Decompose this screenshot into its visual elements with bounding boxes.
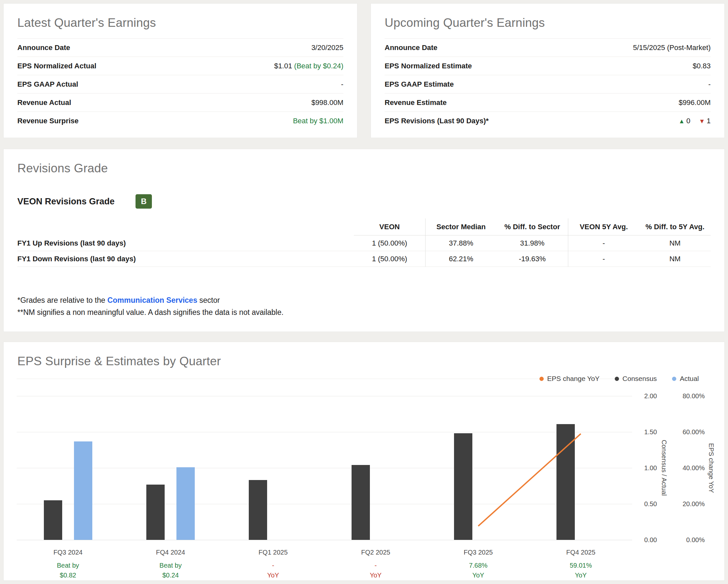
- row-value: $1.01 (Beat by $0.24): [274, 62, 343, 70]
- cell-veon: 1 (50.00%): [354, 235, 425, 251]
- value-text: 5/15/2025 (Post-Market): [633, 44, 711, 52]
- header-diff-to-sector: % Diff. to Sector: [497, 218, 568, 235]
- row-value: -: [708, 80, 711, 89]
- cell-diff-to-5y-avg: NM: [639, 235, 711, 251]
- table-row-fy1-down-revisions: FY1 Down Revisions (last 90 days) 1 (50.…: [17, 251, 711, 267]
- row-revenue-actual: Revenue Actual $998.00M: [17, 93, 343, 112]
- communication-services-link[interactable]: Communication Services: [107, 296, 198, 304]
- row-label: EPS GAAP Actual: [17, 80, 78, 89]
- eps-change-axis-tick: 80.00%: [682, 392, 705, 400]
- row-label: FY1 Down Revisions (last 90 days): [17, 251, 354, 267]
- latest-quarter-rows: Announce Date 3/20/2025 EPS Normalized A…: [17, 38, 343, 130]
- footnote-suffix: sector: [198, 296, 220, 304]
- cell-diff-to-5y-avg: NM: [639, 251, 711, 267]
- cell-diff-to-sector: 31.98%: [497, 235, 568, 251]
- annotation-line1: Beat by: [159, 560, 182, 570]
- category-label: FQ2 2025: [361, 549, 390, 556]
- category-label: FQ4 2025: [566, 549, 595, 556]
- value-text: $998.00M: [311, 99, 343, 107]
- value-text: $996.00M: [679, 99, 711, 107]
- row-value: $996.00M: [679, 99, 711, 107]
- revisions-grade-title: Revisions Grade: [17, 162, 711, 175]
- revisions-grade-card: Revisions Grade VEON Revisions Grade B V…: [3, 149, 725, 332]
- row-eps-normalized-actual: EPS Normalized Actual $1.01 (Beat by $0.…: [17, 57, 343, 75]
- surprise-annotation: -YoY: [370, 560, 382, 580]
- row-label: EPS Normalized Estimate: [385, 62, 472, 70]
- consensus-axis-tick: 2.00: [644, 392, 657, 400]
- row-value: ▲0▼1: [679, 117, 711, 125]
- surprise-text: Beat by $1.00M: [293, 117, 343, 125]
- upcoming-quarter-card: Upcoming Quarter's Earnings Announce Dat…: [370, 3, 725, 138]
- chart-title: EPS Surprise & Estimates by Quarter: [17, 355, 711, 368]
- eps-change-axis-tick: 60.00%: [682, 428, 705, 436]
- row-value: 3/20/2025: [311, 44, 343, 52]
- grade-label: VEON Revisions Grade: [17, 196, 114, 207]
- down-triangle-icon: ▼: [699, 118, 705, 124]
- gridline: [17, 540, 632, 540]
- eps-change-axis-tick: 40.00%: [682, 464, 705, 472]
- row-label: Announce Date: [385, 44, 437, 52]
- row-label: Revenue Estimate: [385, 99, 447, 107]
- row-announce-date: Announce Date 5/15/2025 (Post-Market): [385, 38, 711, 57]
- surprise-annotation: 7.68%YoY: [469, 560, 488, 580]
- category-labels: FQ3 2024FQ4 2024FQ1 2025FQ2 2025FQ3 2025…: [17, 549, 632, 558]
- annotation-line2: YoY: [267, 570, 279, 580]
- header-veon: VEON: [354, 218, 425, 235]
- row-label: Revenue Surprise: [17, 117, 79, 125]
- category-label: FQ1 2025: [259, 549, 288, 556]
- row-revenue-estimate: Revenue Estimate $996.00M: [385, 93, 711, 112]
- header-empty-cell: [17, 218, 354, 235]
- row-value: $0.83: [693, 62, 711, 70]
- category-label: FQ4 2024: [156, 549, 185, 556]
- chart-legend: EPS change YoY Consensus Actual: [540, 375, 699, 383]
- revisions-table: VEON Sector Median % Diff. to Sector VEO…: [17, 218, 711, 267]
- surprise-annotation: Beat by$0.82: [57, 560, 79, 580]
- footnote-prefix: *Grades are relative to the: [17, 296, 107, 304]
- value-text: -: [341, 80, 343, 88]
- row-label: Announce Date: [17, 44, 70, 52]
- consensus-axis-tick: 0.50: [644, 500, 657, 508]
- annotation-line1: -: [370, 560, 382, 570]
- up-revisions-count: 0: [686, 117, 691, 125]
- row-eps-gaap-actual: EPS GAAP Actual -: [17, 75, 343, 93]
- cell-veon: 1 (50.00%): [354, 251, 425, 267]
- footnote-nm: **NM signifies a non meaningful value. A…: [17, 306, 711, 318]
- value-text: -: [708, 80, 711, 88]
- legend-item-consensus[interactable]: Consensus: [615, 375, 657, 383]
- chart-plot-area: [17, 396, 632, 540]
- row-eps-gaap-estimate: EPS GAAP Estimate -: [385, 75, 711, 93]
- cell-veon-5y-avg: -: [568, 251, 639, 267]
- up-triangle-icon: ▲: [679, 118, 685, 124]
- legend-dot-icon: [672, 377, 676, 381]
- consensus-axis-title: Consensus / Actual: [659, 396, 669, 540]
- row-value: Beat by $1.00M: [293, 117, 343, 125]
- legend-item-actual[interactable]: Actual: [672, 375, 699, 383]
- annotation-line1: 59.01%: [570, 560, 592, 570]
- consensus-axis-tick: 1.00: [644, 464, 657, 472]
- grade-badge: B: [135, 194, 152, 208]
- row-label: FY1 Up Revisions (last 90 days): [17, 235, 354, 251]
- eps-surprise-chart-card: EPS Surprise & Estimates by Quarter EPS …: [3, 342, 725, 581]
- row-eps-revisions: EPS Revisions (Last 90 Days)* ▲0▼1: [385, 112, 711, 130]
- cell-sector-median: 62.21%: [425, 251, 497, 267]
- upcoming-quarter-rows: Announce Date 5/15/2025 (Post-Market) EP…: [385, 38, 711, 130]
- category-label: FQ3 2024: [53, 549, 82, 556]
- down-revisions-count: 1: [707, 117, 711, 125]
- annotation-line2: YoY: [570, 570, 592, 580]
- cell-sector-median: 37.88%: [425, 235, 497, 251]
- annotation-line2: YoY: [370, 570, 382, 580]
- legend-label: Actual: [680, 375, 699, 383]
- header-diff-to-5y-avg: % Diff. to 5Y Avg.: [639, 218, 711, 235]
- annotation-line2: YoY: [469, 570, 488, 580]
- header-veon-5y-avg: VEON 5Y Avg.: [568, 218, 639, 235]
- latest-quarter-title: Latest Quarter's Earnings: [17, 16, 343, 30]
- surprise-annotations: Beat by$0.82Beat by$0.24-YoY-YoY7.68%YoY…: [17, 560, 632, 581]
- row-label: Revenue Actual: [17, 99, 71, 107]
- legend-label: Consensus: [623, 375, 657, 383]
- veon-revisions-grade-line: VEON Revisions Grade B: [17, 194, 711, 209]
- eps-change-axis-tick: 0.00%: [686, 536, 705, 544]
- row-label: EPS GAAP Estimate: [385, 80, 454, 89]
- cell-veon-5y-avg: -: [568, 235, 639, 251]
- header-sector-median: Sector Median: [425, 218, 497, 235]
- legend-item-eps-change-yoy[interactable]: EPS change YoY: [540, 375, 600, 383]
